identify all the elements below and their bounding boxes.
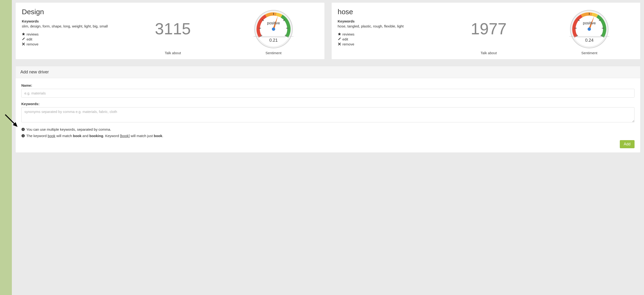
- keywords-label: Keywords:: [21, 102, 634, 106]
- reviews-link[interactable]: reviews: [22, 32, 122, 36]
- help-text-1-content: You can use multiple keywords, separated…: [26, 127, 111, 131]
- help-text-2: The keyword book will match book and boo…: [21, 134, 634, 138]
- keywords-heading: Keywords: [338, 19, 438, 23]
- help-text-1: You can use multiple keywords, separated…: [21, 127, 634, 131]
- edit-label: edit: [342, 37, 348, 41]
- sentiment-gauge: positive -1 1 0.24: [569, 9, 609, 49]
- talk-about-label: Talk about: [481, 51, 497, 55]
- talk-about-label: Talk about: [165, 51, 181, 55]
- reviews-label: reviews: [26, 32, 39, 36]
- svg-point-18: [588, 27, 591, 31]
- sentiment-label: Sentiment: [582, 51, 598, 55]
- keywords-list: slim, design, form, shape, long, weight,…: [22, 24, 122, 29]
- reviews-link[interactable]: reviews: [338, 32, 438, 36]
- remove-link[interactable]: remove: [338, 42, 438, 46]
- add-button[interactable]: Add: [620, 140, 634, 148]
- add-driver-panel: Add new driver Name: Keywords: You can u…: [16, 66, 640, 153]
- name-label: Name:: [21, 83, 634, 87]
- remove-label: remove: [342, 42, 354, 46]
- card-title: Design: [22, 8, 122, 16]
- remove-icon: [22, 43, 25, 45]
- svg-point-16: [272, 27, 275, 31]
- edit-label: edit: [26, 37, 32, 41]
- sentiment-value: 0.24: [581, 38, 598, 43]
- pencil-icon: [338, 37, 341, 41]
- help-text-2-content: The keyword book will match book and boo…: [26, 134, 163, 138]
- remove-link[interactable]: remove: [22, 42, 122, 46]
- sidebar-accent: [0, 0, 12, 295]
- panel-header: Add new driver: [16, 66, 640, 78]
- info-icon: [21, 128, 25, 131]
- reviews-label: reviews: [342, 32, 354, 36]
- card-title: hose: [338, 8, 438, 16]
- remove-label: remove: [26, 42, 38, 46]
- star-icon: [22, 32, 25, 36]
- sentiment-word: positive: [254, 21, 294, 25]
- sentiment-gauge: positive -1 1 0.21: [254, 9, 294, 49]
- driver-cards-row: Design Keywords slim, design, form, shap…: [16, 2, 640, 59]
- sentiment-word: positive: [569, 21, 609, 25]
- sentiment-value: 0.21: [265, 38, 282, 43]
- keywords-textarea[interactable]: [21, 107, 634, 122]
- name-input[interactable]: [21, 89, 634, 98]
- driver-card-design: Design Keywords slim, design, form, shap…: [16, 2, 325, 59]
- remove-icon: [338, 43, 341, 45]
- driver-card-hose: hose Keywords hose, tangled, plastic, ro…: [331, 2, 641, 59]
- keywords-list: hose, tangled, plastic, rough, flexible,…: [338, 24, 438, 29]
- keywords-heading: Keywords: [22, 19, 122, 23]
- review-count: 3115: [155, 20, 191, 37]
- review-count: 1977: [471, 20, 506, 37]
- edit-link[interactable]: edit: [338, 37, 438, 41]
- star-icon: [338, 32, 341, 36]
- sentiment-label: Sentiment: [266, 51, 282, 55]
- info-icon: [21, 134, 25, 138]
- pencil-icon: [22, 37, 25, 41]
- edit-link[interactable]: edit: [22, 37, 122, 41]
